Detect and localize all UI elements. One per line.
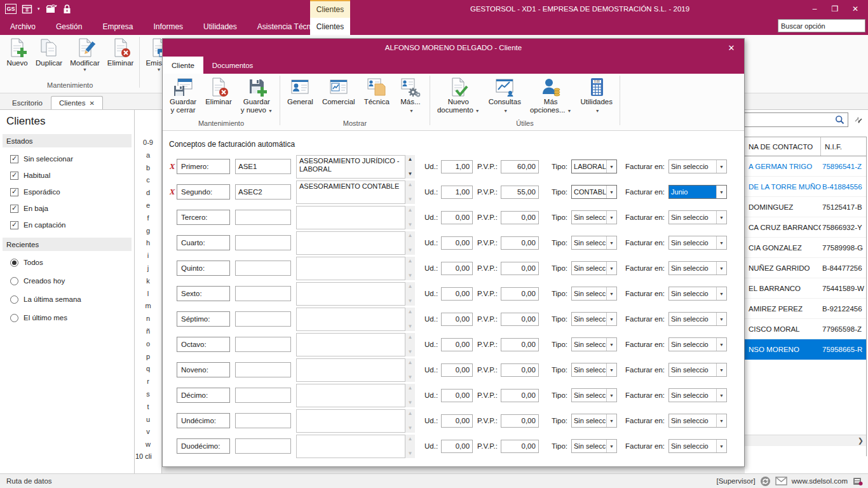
ud-input[interactable]: [441, 440, 473, 453]
app-logo-icon[interactable]: GS: [5, 4, 17, 14]
chevron-down-icon[interactable]: ▼: [716, 389, 726, 402]
reciente-filter-item[interactable]: La última semana: [10, 293, 134, 306]
eliminar-button[interactable]: Eliminar: [104, 35, 138, 72]
chevron-down-icon[interactable]: ▼: [716, 363, 726, 376]
concept-code-input[interactable]: [235, 235, 291, 250]
chevron-up-icon[interactable]: ▲: [408, 335, 413, 340]
facturar-select[interactable]: Sin seleccio▼: [668, 388, 727, 402]
tab-escritorio[interactable]: Escritorio: [4, 96, 51, 109]
concept-code-input[interactable]: [235, 388, 291, 403]
chevron-up-icon[interactable]: ▲: [408, 386, 413, 391]
recientes-section-header[interactable]: Recientes: [3, 238, 132, 251]
chevron-down-icon[interactable]: ▼: [606, 186, 616, 198]
table-row[interactable]: NSO MORENO 75958665-R: [745, 339, 866, 360]
tab-clientes-selected[interactable]: Clientes: [310, 18, 350, 35]
pvp-input[interactable]: [501, 236, 539, 250]
concept-code-input[interactable]: [235, 159, 291, 174]
radio-icon[interactable]: [10, 277, 18, 285]
close-button[interactable]: ✕: [846, 2, 864, 16]
remove-concept-icon[interactable]: X: [168, 161, 177, 172]
search-option-input[interactable]: [778, 19, 865, 32]
pvp-input[interactable]: [501, 414, 539, 428]
estado-filter-item[interactable]: En baja: [10, 202, 134, 215]
chevron-down-icon[interactable]: ▼: [408, 197, 413, 202]
menu-item-informes[interactable]: Informes: [143, 18, 193, 35]
menu-item-gestión[interactable]: Gestión: [46, 18, 92, 35]
reciente-filter-item[interactable]: Todos: [10, 256, 134, 269]
description-spinner[interactable]: ▲▼: [405, 384, 415, 407]
close-tab-icon[interactable]: ✕: [90, 100, 95, 107]
description-spinner[interactable]: ▲▼: [405, 257, 415, 280]
duplicar-button[interactable]: Duplicar: [32, 35, 66, 72]
chevron-up-icon[interactable]: ▲: [408, 157, 413, 162]
facturar-select[interactable]: Sin seleccio▼: [668, 287, 727, 301]
chevron-up-icon[interactable]: ▲: [408, 259, 413, 264]
concept-label-button[interactable]: Octavo:: [177, 337, 230, 352]
alphabet-letter[interactable]: w: [146, 438, 151, 451]
más-opciones--button[interactable]: Más opciones...▼: [526, 74, 576, 115]
alphabet-letter[interactable]: o: [146, 338, 150, 351]
table-row[interactable]: DE LA TORRE MUÑOZ B-41884556: [745, 177, 866, 197]
tipo-select[interactable]: CONTABL▼: [571, 185, 617, 199]
tipo-select[interactable]: Sin selecc▼: [571, 414, 617, 428]
description-spinner[interactable]: ▲▼: [405, 155, 415, 179]
chevron-down-icon[interactable]: ▼: [408, 299, 413, 304]
chevron-down-icon[interactable]: ▼: [716, 262, 726, 274]
open-folder-icon[interactable]: [45, 4, 57, 14]
table-row[interactable]: DOMINGUEZ 75125417-B: [745, 197, 866, 217]
description-spinner[interactable]: ▲▼: [405, 206, 415, 229]
ud-input[interactable]: [441, 236, 473, 250]
facturar-select[interactable]: Sin seleccio▼: [668, 236, 727, 250]
chevron-down-icon[interactable]: ▼: [716, 236, 726, 249]
chevron-down-icon[interactable]: ▼: [606, 389, 616, 402]
concept-description-input[interactable]: [296, 231, 405, 255]
tipo-select[interactable]: Sin selecc▼: [571, 261, 617, 275]
menu-item-utilidades[interactable]: Utilidades: [193, 18, 247, 35]
alphabet-letter[interactable]: e: [146, 200, 150, 212]
concept-code-input[interactable]: [235, 184, 291, 200]
ud-input[interactable]: [441, 389, 473, 402]
concept-description-input[interactable]: ASESORAMIENTO JURÍDICO - LABORAL: [296, 155, 405, 179]
guardar-y-cerrar-button[interactable]: Guardar y cerrar: [165, 74, 201, 114]
calendar-icon[interactable]: [22, 4, 32, 15]
alphabet-letter[interactable]: k: [146, 275, 150, 288]
facturar-select[interactable]: Sin seleccio▼: [668, 439, 727, 453]
ud-input[interactable]: [441, 160, 473, 173]
alphabet-letter[interactable]: r: [147, 376, 149, 388]
description-spinner[interactable]: ▲▼: [405, 308, 415, 331]
alphabet-letter[interactable]: u: [146, 414, 150, 426]
dialog-tab-documentos[interactable]: Documentos: [203, 57, 262, 74]
concept-label-button[interactable]: Quinto:: [177, 261, 230, 276]
chevron-up-icon[interactable]: ▲: [408, 233, 413, 238]
alphabet-letter[interactable]: ñ: [146, 325, 150, 338]
concept-description-input[interactable]: [296, 358, 405, 382]
tipo-select[interactable]: Sin selecc▼: [571, 337, 617, 351]
alphabet-letter[interactable]: f: [147, 212, 149, 225]
chevron-down-icon[interactable]: ▼: [606, 338, 616, 351]
concept-code-input[interactable]: [235, 362, 291, 377]
alphabet-letter[interactable]: n: [146, 313, 150, 325]
mail-icon[interactable]: [775, 477, 787, 485]
chevron-down-icon[interactable]: ▼: [606, 160, 616, 173]
pvp-input[interactable]: [501, 363, 539, 377]
table-row[interactable]: A GERMAN TRIGO 75896541-Z: [745, 156, 866, 177]
facturar-select[interactable]: Sin seleccio▼: [668, 159, 727, 173]
concept-label-button[interactable]: Primero:: [177, 159, 230, 174]
tipo-select[interactable]: Sin selecc▼: [571, 210, 617, 224]
tipo-select[interactable]: Sin selecc▼: [571, 236, 617, 250]
checkbox-checked-icon[interactable]: [10, 155, 18, 163]
description-spinner[interactable]: ▲▼: [405, 231, 415, 255]
database-icon[interactable]: [852, 476, 863, 486]
chevron-down-icon[interactable]: ▼: [595, 109, 600, 113]
radio-icon[interactable]: [10, 314, 18, 322]
alphabet-letter[interactable]: 0-9: [143, 137, 153, 149]
description-spinner[interactable]: ▲▼: [405, 358, 415, 382]
tipo-select[interactable]: LABORAL▼: [571, 159, 617, 173]
concept-label-button[interactable]: Segundo:: [177, 184, 230, 200]
consultas-button[interactable]: Consultas ▼: [484, 74, 526, 115]
menu-item-empresa[interactable]: Empresa: [92, 18, 143, 35]
tipo-select[interactable]: Sin selecc▼: [571, 439, 617, 453]
pvp-input[interactable]: [501, 313, 539, 326]
chevron-down-icon[interactable]: ▼: [408, 375, 413, 380]
tipo-select[interactable]: Sin selecc▼: [571, 388, 617, 402]
